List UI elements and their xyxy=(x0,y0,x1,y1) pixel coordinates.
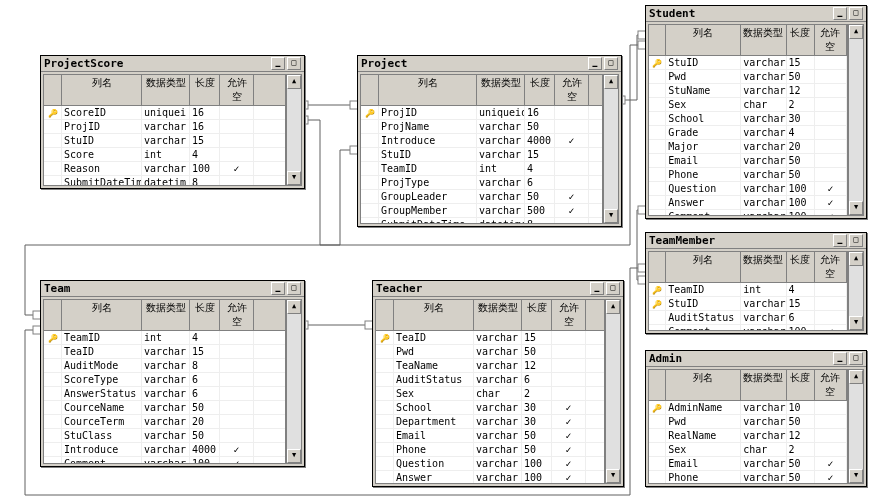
column-row[interactable]: Questionvarchar100✓ xyxy=(649,182,847,196)
table-Admin[interactable]: Admin▁□列名数据类型长度允许空AdminNamevarchar10Pwdv… xyxy=(645,350,867,487)
scroll-track[interactable] xyxy=(849,384,863,469)
column-row[interactable]: Pwdvarchar50 xyxy=(649,415,847,429)
column-row[interactable]: ProjNamevarchar50 xyxy=(361,120,602,134)
column-row[interactable]: Introducevarchar4000✓ xyxy=(44,443,285,457)
minimize-icon[interactable]: ▁ xyxy=(833,352,847,365)
maximize-icon[interactable]: □ xyxy=(849,352,863,365)
column-row[interactable]: AuditStatusvarchar6 xyxy=(376,373,604,387)
table-Team[interactable]: Team▁□列名数据类型长度允许空TeamIDint4TeaIDvarchar1… xyxy=(40,280,305,467)
minimize-icon[interactable]: ▁ xyxy=(590,282,604,295)
minimize-icon[interactable]: ▁ xyxy=(271,282,285,295)
column-row[interactable]: AdminNamevarchar10 xyxy=(649,401,847,415)
table-titlebar[interactable]: TeamMember▁□ xyxy=(646,233,866,249)
scrollbar[interactable]: ▲▼ xyxy=(848,251,864,331)
table-Teacher[interactable]: Teacher▁□列名数据类型长度允许空TeaIDvarchar15Pwdvar… xyxy=(372,280,624,487)
column-row[interactable]: SubmitDateTimedatetime8 xyxy=(361,218,602,224)
table-titlebar[interactable]: Teacher▁□ xyxy=(373,281,623,297)
column-row[interactable]: Sexchar2 xyxy=(649,443,847,457)
maximize-icon[interactable]: □ xyxy=(606,282,620,295)
column-row[interactable]: RealNamevarchar12 xyxy=(649,429,847,443)
column-row[interactable]: Answervarchar100✓ xyxy=(649,196,847,210)
scroll-down-icon[interactable]: ▼ xyxy=(849,201,863,215)
column-row[interactable]: Schoolvarchar30 xyxy=(649,112,847,126)
minimize-icon[interactable]: ▁ xyxy=(833,234,847,247)
scroll-up-icon[interactable]: ▲ xyxy=(287,75,301,89)
scroll-down-icon[interactable]: ▼ xyxy=(849,316,863,330)
column-row[interactable]: Emailvarchar50 xyxy=(649,154,847,168)
scrollbar[interactable]: ▲▼ xyxy=(848,24,864,216)
minimize-icon[interactable]: ▁ xyxy=(833,7,847,20)
column-row[interactable]: GroupMembervarchar500✓ xyxy=(361,204,602,218)
column-row[interactable]: TeamIDint4 xyxy=(649,283,847,297)
column-row[interactable]: Phonevarchar50✓ xyxy=(649,471,847,484)
column-row[interactable]: TeaNamevarchar12 xyxy=(376,359,604,373)
scroll-up-icon[interactable]: ▲ xyxy=(849,370,863,384)
maximize-icon[interactable]: □ xyxy=(849,7,863,20)
column-row[interactable]: StuIDvarchar15 xyxy=(649,56,847,70)
column-row[interactable]: Sexchar2 xyxy=(376,387,604,401)
scrollbar[interactable]: ▲▼ xyxy=(605,299,621,484)
scroll-down-icon[interactable]: ▼ xyxy=(287,449,301,463)
column-row[interactable]: Reasonvarchar100✓ xyxy=(44,162,285,176)
scroll-down-icon[interactable]: ▼ xyxy=(606,469,620,483)
table-Project[interactable]: Project▁□列名数据类型长度允许空ProjIDuniqueid16Proj… xyxy=(357,55,622,227)
table-titlebar[interactable]: Admin▁□ xyxy=(646,351,866,367)
scroll-track[interactable] xyxy=(849,39,863,201)
column-row[interactable]: StuIDvarchar15 xyxy=(44,134,285,148)
scrollbar[interactable]: ▲▼ xyxy=(286,74,302,186)
scrollbar[interactable]: ▲▼ xyxy=(848,369,864,484)
minimize-icon[interactable]: ▁ xyxy=(588,57,602,70)
column-row[interactable]: ProjTypevarchar6 xyxy=(361,176,602,190)
scrollbar[interactable]: ▲▼ xyxy=(603,74,619,224)
table-titlebar[interactable]: ProjectScore▁□ xyxy=(41,56,304,72)
scroll-track[interactable] xyxy=(287,89,301,171)
scroll-down-icon[interactable]: ▼ xyxy=(287,171,301,185)
column-row[interactable]: Sexchar2 xyxy=(649,98,847,112)
table-titlebar[interactable]: Team▁□ xyxy=(41,281,304,297)
column-row[interactable]: SubmitDateTimedatetim8 xyxy=(44,176,285,186)
scroll-up-icon[interactable]: ▲ xyxy=(287,300,301,314)
column-row[interactable]: Gradevarchar4 xyxy=(649,126,847,140)
scroll-up-icon[interactable]: ▲ xyxy=(849,252,863,266)
column-row[interactable]: Pwdvarchar50 xyxy=(376,345,604,359)
scroll-down-icon[interactable]: ▼ xyxy=(849,469,863,483)
table-titlebar[interactable]: Student▁□ xyxy=(646,6,866,22)
column-row[interactable]: Emailvarchar50✓ xyxy=(376,429,604,443)
scroll-up-icon[interactable]: ▲ xyxy=(849,25,863,39)
scroll-up-icon[interactable]: ▲ xyxy=(606,300,620,314)
table-ProjectScore[interactable]: ProjectScore▁□列名数据类型长度允许空ScoreIDuniquei1… xyxy=(40,55,305,189)
column-row[interactable]: Schoolvarchar30✓ xyxy=(376,401,604,415)
column-row[interactable]: Questionvarchar100✓ xyxy=(376,457,604,471)
scroll-track[interactable] xyxy=(287,314,301,449)
column-row[interactable]: StuIDvarchar15 xyxy=(361,148,602,162)
column-row[interactable]: Departmentvarchar30✓ xyxy=(376,415,604,429)
column-row[interactable]: ProjIDvarchar16 xyxy=(44,120,285,134)
column-row[interactable]: TeaIDvarchar15 xyxy=(376,331,604,345)
minimize-icon[interactable]: ▁ xyxy=(271,57,285,70)
column-row[interactable]: TeamIDint4 xyxy=(361,162,602,176)
column-row[interactable]: AuditStatusvarchar6 xyxy=(649,311,847,325)
scroll-track[interactable] xyxy=(606,314,620,469)
column-row[interactable]: GroupLeadervarchar50✓ xyxy=(361,190,602,204)
column-row[interactable]: Phonevarchar50 xyxy=(649,168,847,182)
column-row[interactable]: Introducevarchar4000✓ xyxy=(361,134,602,148)
column-row[interactable]: CourceNamevarchar50 xyxy=(44,401,285,415)
column-row[interactable]: Commentvarchar100✓ xyxy=(649,325,847,331)
maximize-icon[interactable]: □ xyxy=(849,234,863,247)
scroll-down-icon[interactable]: ▼ xyxy=(604,209,618,223)
column-row[interactable]: Pwdvarchar50 xyxy=(649,70,847,84)
maximize-icon[interactable]: □ xyxy=(287,57,301,70)
column-row[interactable]: StuClassvarchar50 xyxy=(44,429,285,443)
column-row[interactable]: StuNamevarchar12 xyxy=(649,84,847,98)
column-row[interactable]: Commentvarchar100✓ xyxy=(649,210,847,216)
column-row[interactable]: Scoreint4 xyxy=(44,148,285,162)
column-row[interactable]: ProjIDuniqueid16 xyxy=(361,106,602,120)
scroll-track[interactable] xyxy=(849,266,863,316)
scroll-track[interactable] xyxy=(604,89,618,209)
table-titlebar[interactable]: Project▁□ xyxy=(358,56,621,72)
table-TeamMember[interactable]: TeamMember▁□列名数据类型长度允许空TeamIDint4StuIDva… xyxy=(645,232,867,334)
column-row[interactable]: TeamIDint4 xyxy=(44,331,285,345)
column-row[interactable]: ScoreIDuniquei16 xyxy=(44,106,285,120)
column-row[interactable]: AuditModevarchar8 xyxy=(44,359,285,373)
column-row[interactable]: Phonevarchar50✓ xyxy=(376,443,604,457)
